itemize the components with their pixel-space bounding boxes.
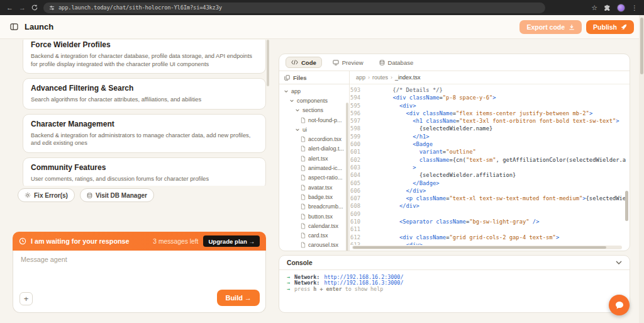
code-line[interactable]: 593 {/* Details */}: [350, 86, 626, 94]
url-bar[interactable]: app.launch.today/chat/sith-holocron-Yl6I…: [43, 3, 545, 13]
visit-db-manager-label: Visit DB Manager: [96, 192, 147, 199]
files-header: Files: [279, 71, 349, 84]
chevron-right-icon: ›: [391, 74, 392, 81]
tree-file[interactable]: card.tsx: [279, 230, 349, 240]
tree-item-label: carousel.tsx: [308, 242, 338, 248]
chevron-down-icon[interactable]: [616, 261, 622, 264]
code-line[interactable]: 606 </div>: [350, 187, 626, 195]
tree-file[interactable]: accordion.tsx: [279, 134, 349, 144]
console-header[interactable]: Console: [279, 256, 630, 270]
code-line[interactable]: 601 variant="outline": [350, 148, 626, 156]
forward-icon[interactable]: →: [19, 4, 26, 11]
tree-file[interactable]: alert.tsx: [279, 154, 349, 163]
file-tree-scrollbar[interactable]: [346, 103, 348, 251]
code-line[interactable]: 594 <div className="p-8 space-y-6">: [350, 94, 626, 101]
sidebar-toggle-icon[interactable]: [10, 23, 18, 30]
code-horizontal-scrollbar[interactable]: [352, 246, 622, 249]
site-info-icon[interactable]: [49, 5, 55, 11]
clock-icon: [19, 237, 26, 245]
visit-db-manager-button[interactable]: Visit DB Manager: [80, 188, 154, 202]
tree-file[interactable]: breadcrumb...: [279, 202, 349, 212]
console-panel: Console → Network: http://192.168.16.2:3…: [279, 255, 630, 313]
breadcrumb-item[interactable]: app: [356, 74, 365, 81]
back-icon[interactable]: ←: [6, 4, 13, 11]
code-line[interactable]: 607 <p className="text-xl text-sw-text-m…: [350, 195, 626, 202]
editor-body: Files appcomponentssectionsnot-found-p..…: [279, 71, 630, 251]
code-line[interactable]: 603 >: [350, 164, 626, 171]
code-line[interactable]: 612 <div className="grid grid-cols-2 gap…: [350, 234, 626, 241]
code-line[interactable]: 604 {selectedWielder.affiliation}: [350, 171, 626, 179]
code-line[interactable]: 600 <Badge: [350, 140, 626, 148]
profile-avatar[interactable]: [617, 4, 625, 12]
tree-folder[interactable]: sections: [279, 106, 349, 115]
upgrade-plan-button[interactable]: Upgrade plan →: [203, 235, 260, 247]
tree-file[interactable]: button.tsx: [279, 212, 349, 221]
chat-scrollbar[interactable]: [267, 40, 269, 86]
file-icon: [300, 242, 306, 248]
breadcrumb-item[interactable]: routes: [372, 74, 388, 81]
page-scrollbar-thumb[interactable]: [640, 18, 643, 74]
build-button[interactable]: Build →: [217, 290, 260, 306]
browser-chrome: ← → app.launch.today/chat/sith-holocron-…: [0, 0, 644, 15]
file-icon: [300, 213, 306, 220]
publish-button[interactable]: Publish: [586, 20, 634, 34]
files-header-label: Files: [293, 74, 307, 81]
quick-actions: Fix Error(s) Visit DB Manager: [18, 188, 154, 202]
tree-file[interactable]: aspect-ratio...: [279, 173, 349, 183]
fix-errors-label: Fix Error(s): [34, 192, 68, 199]
code-line[interactable]: 613 <div>: [350, 241, 626, 245]
tab-database[interactable]: Database: [374, 57, 419, 68]
tree-file[interactable]: carousel.tsx: [279, 241, 349, 250]
code-horizontal-scrollbar-thumb[interactable]: [353, 246, 606, 249]
export-code-label: Export code: [526, 23, 565, 31]
tree-file[interactable]: alert-dialog.t...: [279, 144, 349, 154]
code-line[interactable]: 605 </Badge>: [350, 179, 626, 187]
export-code-button[interactable]: Export code: [519, 20, 582, 34]
feature-card: Advanced Filtering & Search Search algor…: [23, 78, 266, 110]
add-attachment-button[interactable]: +: [19, 292, 33, 305]
line-number: 605: [350, 179, 366, 187]
file-icon: [300, 145, 306, 152]
browser-menu-icon[interactable]: ⋮: [631, 4, 638, 11]
code-line[interactable]: 597 <h1 className="text-3xl font-orbitro…: [350, 117, 626, 125]
message-input[interactable]: [21, 256, 258, 263]
tree-file[interactable]: not-found-p...: [279, 115, 349, 125]
code-line[interactable]: 598 {selectedWielder.name}: [350, 125, 626, 132]
support-chat-button[interactable]: [609, 295, 630, 315]
line-number: 594: [350, 94, 366, 101]
tree-folder[interactable]: components: [279, 96, 349, 105]
feature-card: Force Wielder Profiles Backend & integra…: [23, 40, 266, 74]
app-header: Launch Export code Publish: [0, 15, 644, 39]
code-line[interactable]: 602 className={cn("text-sm", getAffiliat…: [350, 156, 626, 164]
tree-file[interactable]: badge.tsx: [279, 192, 349, 201]
breadcrumb-item-current[interactable]: _index.tsx: [395, 74, 421, 81]
download-icon: [569, 24, 575, 30]
code-line[interactable]: 611: [350, 225, 626, 233]
code-line[interactable]: 599 </h1>: [350, 133, 626, 140]
extensions-puzzle-icon[interactable]: [604, 4, 611, 11]
tree-file[interactable]: calendar.tsx: [279, 221, 349, 230]
fix-errors-button[interactable]: Fix Error(s): [18, 188, 75, 202]
code-line[interactable]: 608 </div>: [350, 202, 626, 210]
code-line[interactable]: 609: [350, 210, 626, 218]
code-vertical-scrollbar[interactable]: [625, 191, 628, 221]
tree-folder[interactable]: app: [279, 86, 349, 96]
bookmark-star-icon[interactable]: ☆: [591, 4, 597, 12]
tree-item-label: accordion.tsx: [308, 136, 341, 142]
code-line[interactable]: 610 <Separator className="bg-sw-light-gr…: [350, 218, 626, 225]
code-line[interactable]: 595 <div>: [350, 102, 626, 110]
banner-right: 3 messages left Upgrade plan →: [153, 235, 260, 247]
code-line[interactable]: 596 <div className="flex items-center ju…: [350, 110, 626, 117]
feature-card-body: Backend & integration for administrators…: [31, 132, 258, 147]
line-number: 596: [350, 110, 366, 117]
refresh-icon[interactable]: [31, 4, 38, 11]
tab-preview[interactable]: Preview: [328, 57, 369, 68]
code-editor[interactable]: 593 {/* Details */}594 <div className="p…: [350, 84, 626, 245]
tab-code[interactable]: Code: [286, 57, 322, 68]
tree-folder[interactable]: ui: [279, 125, 349, 134]
tree-file[interactable]: avatar.tsx: [279, 183, 349, 192]
tree-file[interactable]: animated-ic...: [279, 163, 349, 173]
line-number: 602: [350, 156, 366, 164]
page-scrollbar-track: [639, 15, 644, 323]
feature-card: Character Management Backend & integrati…: [23, 114, 266, 153]
